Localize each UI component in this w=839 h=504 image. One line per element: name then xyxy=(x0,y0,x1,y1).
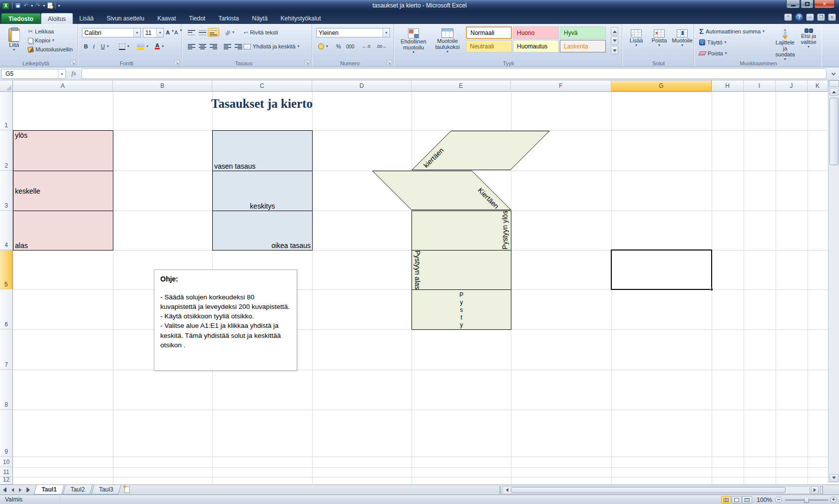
style-chip-3[interactable]: Hyvä xyxy=(560,26,606,39)
merged-title-cell[interactable]: Tasaukset ja kierto xyxy=(13,97,511,111)
style-chip-5[interactable]: Huomautus xyxy=(513,40,559,52)
row-header-8[interactable]: 8 xyxy=(0,370,13,410)
row-header-3[interactable]: 3 xyxy=(0,171,13,211)
formula-input[interactable] xyxy=(81,68,827,79)
scroll-right-icon[interactable] xyxy=(811,486,819,494)
save-icon[interactable] xyxy=(15,2,21,8)
align-center-button[interactable] xyxy=(197,42,208,51)
last-sheet-icon[interactable] xyxy=(25,486,32,494)
cell-a4[interactable]: alas xyxy=(13,211,113,251)
note-textbox[interactable]: Ohje: - Säädä solujen korkeudeksi 80 kuv… xyxy=(154,269,297,371)
redo-dropdown-icon[interactable]: ▾ xyxy=(43,3,45,8)
minimize-button[interactable] xyxy=(786,0,800,8)
column-header-k[interactable]: K xyxy=(808,80,828,92)
bold-button[interactable]: B xyxy=(82,42,90,51)
fill-handle[interactable] xyxy=(710,288,713,291)
format-as-table-button[interactable]: Muotoile taulukoksi▾ xyxy=(431,26,464,60)
horizontal-scroll-thumb[interactable] xyxy=(511,487,786,493)
zoom-level[interactable]: 100% xyxy=(750,497,772,504)
delete-cells-button[interactable]: × Poista▾ xyxy=(648,27,670,58)
increase-decimal-button[interactable]: ←.0 xyxy=(360,42,373,51)
tab-scroll-split[interactable] xyxy=(499,486,501,494)
decrease-font-icon[interactable]: A▾ xyxy=(173,28,183,37)
row-header-9[interactable]: 9 xyxy=(0,410,13,457)
page-layout-view-button[interactable] xyxy=(732,496,742,504)
vertical-scroll-thumb[interactable] xyxy=(830,98,839,165)
normal-view-button[interactable] xyxy=(721,496,731,504)
dialog-launcher-icon[interactable]: ↘ xyxy=(387,60,392,65)
column-header-a[interactable]: A xyxy=(13,80,113,92)
underline-button[interactable]: U▾ xyxy=(99,42,111,51)
ribbon-tab-tarkista[interactable]: Tarkista xyxy=(212,13,245,24)
find-select-button[interactable]: Etsi ja valitse▾ xyxy=(797,26,820,60)
insert-function-button[interactable]: fx xyxy=(71,69,76,77)
cell-a2[interactable]: ylös xyxy=(13,130,113,171)
cell-c3[interactable]: keskitys xyxy=(212,171,313,211)
zoom-out-icon[interactable]: − xyxy=(775,497,782,503)
borders-button[interactable]: ▾ xyxy=(117,42,131,51)
name-box[interactable]: G5▾ xyxy=(1,69,66,79)
ribbon-tab-aloitus[interactable]: Aloitus xyxy=(41,13,73,24)
workbook-close-icon[interactable]: × xyxy=(828,13,836,21)
prev-sheet-icon[interactable] xyxy=(9,486,16,494)
row-header-1[interactable]: 1 xyxy=(0,92,13,130)
decrease-indent-button[interactable] xyxy=(222,42,233,51)
align-top-button[interactable] xyxy=(186,28,197,37)
row-header-4[interactable]: 4 xyxy=(0,211,13,250)
italic-button[interactable]: I xyxy=(91,42,98,51)
merge-center-button[interactable]: ↔Yhdistä ja keskitä▾ xyxy=(242,42,302,51)
undo-dropdown-icon[interactable]: ▾ xyxy=(31,3,33,8)
selected-cell-g5[interactable] xyxy=(611,250,712,290)
row-header-11[interactable]: 11 xyxy=(0,467,13,477)
zoom-slider-thumb[interactable] xyxy=(804,497,809,503)
font-size-combo[interactable]: 11▾ xyxy=(143,28,164,37)
dialog-launcher-icon[interactable]: ↘ xyxy=(305,60,310,65)
decrease-decimal-button[interactable]: .00→ xyxy=(374,42,389,51)
paste-button[interactable]: Liitä▾ xyxy=(4,26,24,59)
style-chip-6[interactable]: Laskenta xyxy=(560,40,606,52)
style-chip-4[interactable]: Neutraali xyxy=(466,40,512,52)
wrap-text-button[interactable]: ↩Rivitä teksti xyxy=(242,28,280,37)
scroll-left-icon[interactable] xyxy=(503,487,510,493)
gallery-up-icon[interactable] xyxy=(611,27,618,35)
align-right-button[interactable] xyxy=(208,42,219,51)
sheet-tab-taul2[interactable]: Taul2 xyxy=(63,485,93,495)
row-header-7[interactable]: 7 xyxy=(0,329,13,370)
ribbon-tab-kehitystyökalut[interactable]: Kehitystyökalut xyxy=(274,13,328,24)
file-tab[interactable]: Tiedosto xyxy=(1,13,41,24)
ribbon-tab-kaavat[interactable]: Kaavat xyxy=(151,13,182,24)
column-header-d[interactable]: D xyxy=(312,80,412,92)
align-middle-button[interactable] xyxy=(197,28,208,37)
style-chip-2[interactable]: Huono xyxy=(513,26,559,39)
excel-app-icon[interactable]: X xyxy=(2,2,9,9)
number-format-combo[interactable]: Yleinen▾ xyxy=(316,28,390,37)
row-header-5[interactable]: 5 xyxy=(0,250,13,289)
expand-formula-bar-icon[interactable] xyxy=(830,70,837,77)
copy-button[interactable]: Kopioi▾ xyxy=(26,36,56,45)
sheet-tab-taul3[interactable]: Taul3 xyxy=(91,485,121,495)
cut-button[interactable]: ✂Leikkaa xyxy=(26,27,56,36)
help-icon[interactable]: ? xyxy=(795,13,803,21)
redo-icon[interactable]: ↷ xyxy=(35,2,40,9)
zoom-in-icon[interactable]: + xyxy=(830,497,837,503)
font-family-combo[interactable]: Calibri▾ xyxy=(82,28,141,37)
column-header-c[interactable]: C xyxy=(212,80,312,92)
format-cells-button[interactable]: ▮ Muotoile▾ xyxy=(671,27,693,58)
column-header-e[interactable]: E xyxy=(412,80,511,92)
first-sheet-icon[interactable] xyxy=(1,486,8,494)
dialog-launcher-icon[interactable]: ↘ xyxy=(174,60,180,65)
cell-e5[interactable] xyxy=(412,250,511,290)
insert-worksheet-tab[interactable] xyxy=(121,486,134,494)
customize-qat-icon[interactable]: ▾ xyxy=(58,3,60,8)
format-painter-button[interactable]: Muotoilusivellin xyxy=(26,45,75,54)
accounting-format-button[interactable]: ▾ xyxy=(316,42,330,51)
maximize-button[interactable] xyxy=(801,0,814,8)
scroll-up-icon[interactable] xyxy=(830,88,839,96)
conditional-formatting-button[interactable]: Ehdollinen muotoilu▾ xyxy=(397,26,430,60)
ribbon-tab-tiedot[interactable]: Tiedot xyxy=(182,13,212,24)
close-button[interactable]: × xyxy=(814,0,835,8)
column-header-j[interactable]: J xyxy=(776,80,808,92)
name-box-dropdown-icon[interactable]: ▾ xyxy=(58,69,65,78)
row-header-6[interactable]: 6 xyxy=(0,289,13,329)
horizontal-scrollbar[interactable] xyxy=(502,486,810,494)
